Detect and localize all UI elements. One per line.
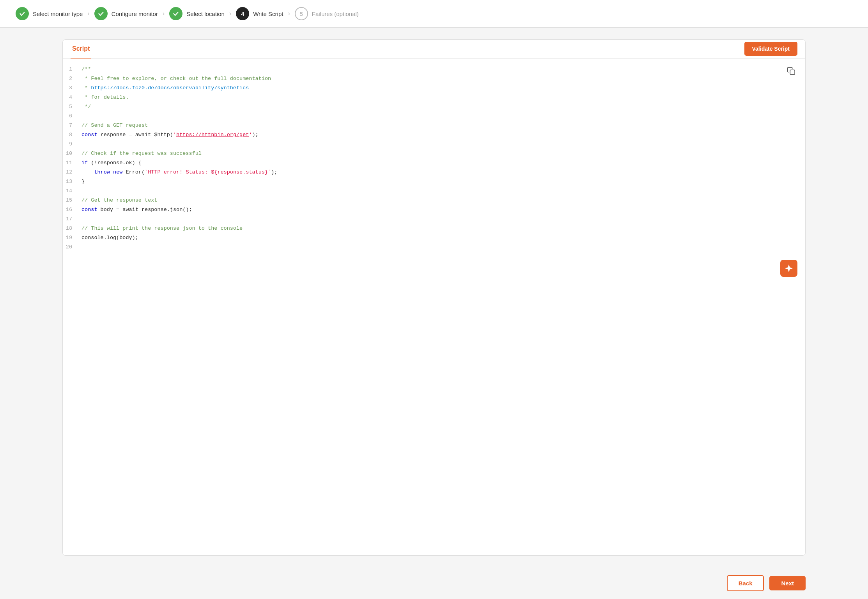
code-line-6: 6 bbox=[63, 112, 805, 121]
code-line-7: 7 // Send a GET request bbox=[63, 121, 805, 130]
step-number-icon-4: 4 bbox=[236, 7, 249, 20]
step-label-5: Failures (optional) bbox=[312, 11, 359, 17]
code-line-13: 13 } bbox=[63, 177, 805, 186]
ai-assistant-button[interactable] bbox=[780, 260, 797, 277]
copy-icon[interactable] bbox=[785, 65, 797, 77]
step-check-icon-1 bbox=[16, 7, 29, 20]
step-check-icon-3 bbox=[169, 7, 182, 20]
code-line-11: 11 if (!response.ok) { bbox=[63, 158, 805, 168]
code-editor[interactable]: 1 /** 2 * Feel free to explore, or check… bbox=[63, 58, 805, 285]
back-button[interactable]: Back bbox=[727, 575, 764, 591]
code-line-18: 18 // This will print the response json … bbox=[63, 224, 805, 233]
code-line-10: 10 // Check if the request was successfu… bbox=[63, 149, 805, 158]
code-line-4: 4 * for details. bbox=[63, 93, 805, 102]
code-line-3: 3 * https://docs.fcz0.de/docs/observabil… bbox=[63, 83, 805, 93]
code-line-12: 12 throw new Error(`HTTP error! Status: … bbox=[63, 168, 805, 177]
script-tab-label: Script bbox=[72, 45, 90, 52]
step-arrow-3: › bbox=[229, 10, 231, 17]
step-select-location: Select location bbox=[169, 7, 225, 20]
step-select-monitor-type: Select monitor type bbox=[16, 7, 83, 20]
step-failures-optional: 5 Failures (optional) bbox=[295, 7, 359, 20]
footer: Back Next bbox=[0, 567, 868, 599]
httpbin-link[interactable]: https://httpbin.org/get bbox=[176, 132, 249, 138]
code-line-8: 8 const response = await $http('https://… bbox=[63, 130, 805, 140]
script-panel: Script Validate Script 1 /** 2 * Feel fr bbox=[62, 39, 806, 556]
step-number-icon-5: 5 bbox=[295, 7, 308, 20]
step-check-icon-2 bbox=[94, 7, 108, 20]
code-line-5: 5 */ bbox=[63, 102, 805, 112]
step-write-script: 4 Write Script bbox=[236, 7, 283, 20]
step-label-4: Write Script bbox=[253, 11, 283, 17]
script-header: Script Validate Script bbox=[63, 40, 805, 58]
step-label-1: Select monitor type bbox=[33, 11, 83, 17]
code-line-15: 15 // Get the response text bbox=[63, 196, 805, 205]
code-line-19: 19 console.log(body); bbox=[63, 233, 805, 243]
doc-link[interactable]: https://docs.fcz0.de/docs/observability/… bbox=[91, 85, 249, 91]
main-content: Script Validate Script 1 /** 2 * Feel fr bbox=[0, 28, 868, 567]
svg-point-1 bbox=[788, 268, 790, 269]
code-line-20: 20 bbox=[63, 243, 805, 252]
code-line-14: 14 bbox=[63, 186, 805, 196]
stepper: Select monitor type › Configure monitor … bbox=[0, 0, 868, 28]
code-line-1: 1 /** bbox=[63, 65, 805, 74]
code-line-16: 16 const body = await response.json(); bbox=[63, 205, 805, 214]
next-button[interactable]: Next bbox=[769, 576, 806, 590]
validate-script-button[interactable]: Validate Script bbox=[744, 42, 797, 56]
script-tab[interactable]: Script bbox=[71, 40, 91, 58]
code-line-17: 17 bbox=[63, 214, 805, 224]
step-label-3: Select location bbox=[186, 11, 225, 17]
step-arrow-2: › bbox=[163, 10, 165, 17]
svg-rect-0 bbox=[790, 70, 795, 74]
code-line-2: 2 * Feel free to explore, or check out t… bbox=[63, 74, 805, 83]
code-line-9: 9 bbox=[63, 140, 805, 149]
step-arrow-4: › bbox=[288, 10, 290, 17]
step-configure-monitor: Configure monitor bbox=[94, 7, 158, 20]
step-arrow-1: › bbox=[87, 10, 89, 17]
step-label-2: Configure monitor bbox=[112, 11, 158, 17]
